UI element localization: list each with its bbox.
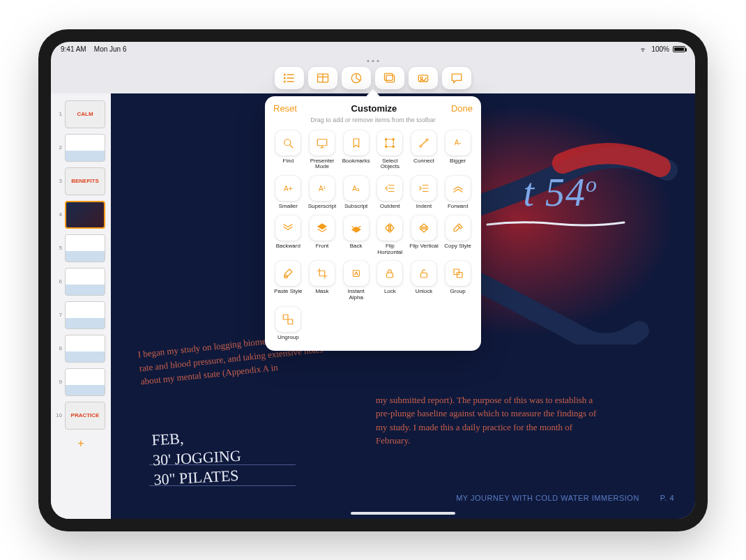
customize-item-outdent[interactable]: Outdent — [375, 176, 405, 210]
customize-item-unlock[interactable]: Unlock — [409, 261, 439, 301]
customize-item-back[interactable]: Back — [341, 215, 371, 256]
customize-item-backward[interactable]: Backward — [273, 215, 303, 256]
customize-item-forward[interactable]: Forward — [443, 176, 473, 210]
find-icon — [275, 130, 300, 156]
customize-item-flip-vertical[interactable]: Flip Vertical — [409, 215, 439, 256]
select-objects-icon — [377, 130, 402, 156]
multitask-dots[interactable] — [367, 60, 379, 62]
svg-point-25 — [393, 146, 394, 147]
svg-point-3 — [284, 74, 286, 75]
thumbnail[interactable]: PRACTICE — [65, 402, 105, 430]
thumbnail-row[interactable]: 7 — [51, 298, 111, 332]
customize-item-bigger[interactable]: A-Bigger — [443, 130, 473, 171]
customize-item-ungroup[interactable]: Ungroup — [273, 307, 303, 341]
thumbnail-number: 3 — [55, 178, 62, 184]
svg-rect-41 — [457, 273, 462, 278]
outdent-icon — [377, 176, 402, 201]
svg-rect-11 — [385, 73, 393, 80]
thumbnail-row[interactable]: 3BENEFITS — [51, 165, 111, 198]
customize-item-label: Instant Alpha — [341, 289, 371, 301]
toolbar-table-button[interactable] — [308, 67, 337, 89]
customize-item-presenter[interactable]: Presenter Mode — [307, 130, 337, 171]
thumbnail-row[interactable]: 6 — [51, 265, 111, 298]
customize-item-label: Mask — [315, 289, 328, 295]
svg-point-26 — [420, 145, 422, 147]
customize-item-flip-horizontal[interactable]: Flip Horizontal — [375, 215, 405, 256]
customize-item-superscript[interactable]: A¹Superscript — [307, 176, 337, 210]
customize-item-front[interactable]: Front — [307, 215, 337, 256]
toolbar-format-list-button[interactable] — [275, 67, 304, 89]
customize-item-group[interactable]: Group — [443, 261, 473, 301]
svg-point-4 — [284, 77, 286, 79]
thumbnail-number: 9 — [55, 379, 62, 385]
lock-icon — [377, 261, 402, 286]
thumbnail-row[interactable]: 8 — [51, 332, 111, 365]
thumbnails-sidebar[interactable]: 1CALM23BENEFITS45678910PRACTICE + — [51, 93, 111, 519]
customize-item-label: Unlock — [416, 289, 432, 295]
customize-toolbar-popover: Reset Customize Done Drag to add or remo… — [265, 96, 481, 351]
thumbnail[interactable] — [65, 368, 105, 396]
thumbnail[interactable]: CALM — [65, 100, 105, 128]
status-bar: 9:41 AM Mon Jun 6 ᯤ 100% — [51, 42, 695, 57]
toolbar — [275, 67, 471, 89]
customize-item-label: Group — [450, 289, 466, 295]
thumbnail-row[interactable]: 1CALM — [51, 98, 111, 131]
customize-item-bookmarks[interactable]: Bookmarks — [341, 130, 371, 171]
superscript-icon: A¹ — [310, 176, 335, 201]
thumbnail-row[interactable]: 9 — [51, 365, 111, 399]
thumbnail[interactable] — [65, 201, 105, 229]
customize-item-select-objects[interactable]: Select Objects — [375, 130, 405, 171]
customize-item-label: Back — [350, 243, 363, 250]
group-icon — [446, 261, 471, 286]
done-button[interactable]: Done — [451, 103, 473, 114]
customize-item-lock[interactable]: Lock — [375, 261, 405, 301]
thumbnail-row[interactable]: 2 — [51, 131, 111, 165]
customize-item-indent[interactable]: Indent — [409, 176, 439, 210]
thumbnail-row[interactable]: 5 — [51, 232, 111, 265]
thumbnail[interactable]: BENEFITS — [65, 167, 105, 195]
popover-title: Customize — [351, 103, 397, 114]
customize-item-label: Connect — [413, 158, 434, 165]
thumbnail-row[interactable]: 10PRACTICE — [51, 399, 111, 432]
toolbar-comment-button[interactable] — [442, 67, 471, 89]
bookmarks-icon — [344, 130, 369, 156]
toolbar-chart-button[interactable] — [342, 67, 371, 89]
thumbnail[interactable] — [65, 234, 105, 262]
customize-item-smaller[interactable]: A+Smaller — [273, 176, 303, 210]
home-indicator[interactable] — [351, 512, 455, 515]
status-left: 9:41 AM Mon Jun 6 — [61, 45, 127, 53]
customize-item-label: Outdent — [380, 204, 399, 210]
svg-rect-18 — [317, 139, 327, 145]
customize-item-find[interactable]: Find — [273, 130, 303, 171]
presenter-icon — [310, 130, 335, 156]
thumbnail[interactable] — [65, 134, 105, 162]
svg-point-24 — [386, 146, 387, 147]
add-page-button[interactable]: + — [61, 437, 101, 451]
toolbar-shape-button[interactable] — [409, 67, 438, 89]
svg-rect-37 — [353, 271, 359, 277]
customize-item-paste-style[interactable]: Paste Style — [273, 261, 303, 301]
customize-item-instant-alpha[interactable]: Instant Alpha — [341, 261, 371, 301]
paste-style-icon — [275, 261, 300, 286]
customize-item-connect[interactable]: Connect — [409, 130, 439, 171]
customize-item-label: Superscript — [308, 204, 336, 210]
customize-item-copy-style[interactable]: Copy Style — [443, 215, 473, 256]
wifi-icon: ᯤ — [640, 45, 648, 54]
thumbnail-row[interactable]: 4 — [51, 198, 111, 232]
copy-style-icon — [446, 215, 471, 241]
thumbnail[interactable] — [65, 301, 105, 329]
mask-icon — [310, 261, 335, 286]
customize-item-label: Indent — [416, 204, 432, 210]
ungroup-icon — [275, 307, 300, 332]
customize-item-subscript[interactable]: A₁Subscript — [341, 176, 371, 210]
reset-button[interactable]: Reset — [273, 103, 297, 114]
thumbnail-number: 1 — [55, 111, 62, 117]
thumbnail[interactable] — [65, 335, 105, 363]
thumbnail[interactable] — [65, 268, 105, 296]
popover-hint: Drag to add or remove items from the too… — [273, 116, 473, 123]
status-time: 9:41 AM — [61, 45, 86, 53]
status-date: Mon Jun 6 — [94, 45, 127, 53]
indent-icon — [411, 176, 436, 201]
customize-item-mask[interactable]: Mask — [307, 261, 337, 301]
toolbar-media-button[interactable] — [375, 67, 404, 89]
